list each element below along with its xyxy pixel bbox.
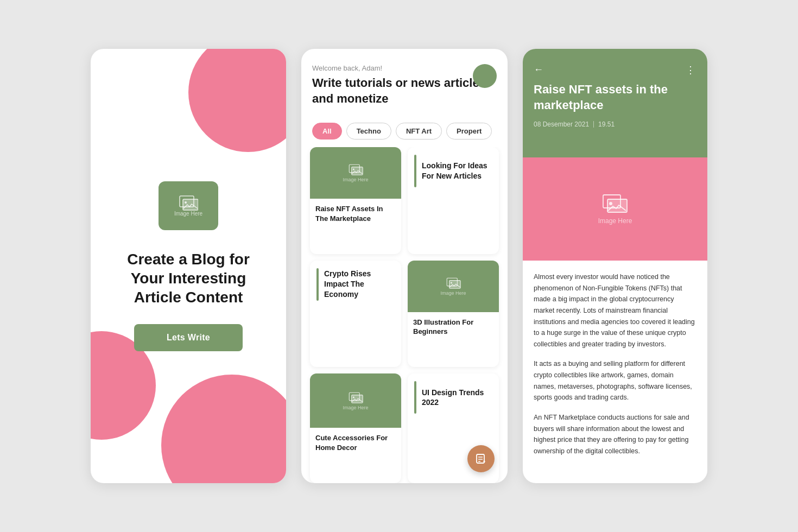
image-label: Image Here <box>440 290 466 296</box>
article-card-raise-nft-image: Image Here <box>310 147 401 199</box>
back-button[interactable]: ← <box>534 64 543 75</box>
article-card-looking-ideas-content: Looking For Ideas For New Articles <box>408 147 499 195</box>
article-card-3d-illustration-title: 3D Illustration For Beginners <box>408 312 499 343</box>
hero-image-label: Image Here <box>174 211 202 217</box>
image-icon <box>179 194 198 211</box>
article-card-ui-design-content: UI Design Trends 2022 <box>408 373 499 421</box>
hero-image-placeholder: Image Here <box>159 181 218 230</box>
article-card-looking-ideas[interactable]: Looking For Ideas For New Articles <box>408 147 499 254</box>
screen-2-main-title: Write tutorials or news articles and mon… <box>312 75 497 106</box>
article-time: 19.51 <box>598 121 615 128</box>
screen-2: Welcome back, Adam! Write tutorials or n… <box>301 49 508 483</box>
filter-tab-nft-art[interactable]: NFT Art <box>396 123 442 140</box>
date-separator <box>593 121 594 128</box>
article-card-accessories-title: Cute Accessories For Home Decor <box>310 428 401 459</box>
filter-tab-techno[interactable]: Techno <box>346 123 391 140</box>
welcome-text: Welcome back, Adam! <box>312 64 497 72</box>
articles-grid: Image Here Raise NFT Assets In The Marke… <box>301 147 508 483</box>
svg-rect-7 <box>449 280 461 288</box>
image-icon <box>348 391 363 403</box>
filter-tab-all[interactable]: All <box>312 123 342 140</box>
edit-icon <box>475 453 487 465</box>
article-image-icon <box>602 193 628 214</box>
image-label: Image Here <box>343 405 368 410</box>
article-card-crypto-rises-content: Crypto Rises Impact The Economy <box>310 261 401 308</box>
article-card-raise-nft-title: Raise NFT Assets In The Marketplace <box>310 199 401 230</box>
article-card-crypto-rises[interactable]: Crypto Rises Impact The Economy <box>310 261 401 368</box>
more-options-button[interactable]: ⋮ <box>686 64 696 76</box>
article-card-crypto-rises-title: Crypto Rises Impact The Economy <box>324 269 395 300</box>
article-card-ui-design-title: UI Design Trends 2022 <box>422 388 492 408</box>
article-card-looking-ideas-title: Looking For Ideas For New Articles <box>422 161 492 181</box>
screen-3-body: Almost every investor would have noticed… <box>523 261 707 483</box>
article-image-label: Image Here <box>598 217 632 225</box>
accent-bar-2 <box>316 268 319 301</box>
article-paragraph-2: It acts as a buying and selling platform… <box>534 358 696 403</box>
svg-rect-10 <box>352 395 363 403</box>
svg-point-8 <box>451 282 452 283</box>
accent-bar-3 <box>414 381 416 414</box>
article-paragraph-1: Almost every investor would have noticed… <box>534 271 696 350</box>
screen-3-date: 08 Desember 2021 19.51 <box>534 121 696 128</box>
article-card-3d-illustration-image: Image Here <box>408 261 499 312</box>
article-card-3d-illustration[interactable]: Image Here 3D Illustration For Beginners <box>408 261 499 368</box>
article-card-accessories[interactable]: Image Here Cute Accessories For Home Dec… <box>310 373 401 483</box>
lets-write-button[interactable]: Lets Write <box>134 324 243 351</box>
screen-3-header: ← ⋮ Raise NFT assets in the marketplace … <box>523 49 707 157</box>
filter-tabs: All Techno NFT Art Propert <box>301 115 508 147</box>
article-card-accessories-image: Image Here <box>310 373 401 428</box>
avatar[interactable] <box>473 64 497 88</box>
svg-point-11 <box>353 396 354 398</box>
svg-rect-17 <box>607 199 627 212</box>
fab-button[interactable] <box>467 445 495 472</box>
screens-container: Image Here Create a Blog for Your Intere… <box>91 49 707 483</box>
screen-3-article-image: Image Here <box>523 157 707 261</box>
image-icon <box>348 163 363 175</box>
article-card-raise-nft[interactable]: Image Here Raise NFT Assets In The Marke… <box>310 147 401 254</box>
image-icon <box>446 277 461 289</box>
article-paragraph-3: An NFT Marketplace conducts auctions for… <box>534 412 696 457</box>
svg-rect-1 <box>183 199 198 210</box>
svg-point-18 <box>609 202 612 205</box>
image-label: Image Here <box>343 177 368 182</box>
svg-rect-4 <box>352 167 363 175</box>
screen-1-title: Create a Blog for Your Interesting Artic… <box>112 250 264 307</box>
screen-3-title: Raise NFT assets in the marketplace <box>534 82 696 113</box>
screen-3: ← ⋮ Raise NFT assets in the marketplace … <box>523 49 707 483</box>
filter-tab-property[interactable]: Propert <box>446 123 492 140</box>
svg-point-5 <box>353 169 354 170</box>
svg-point-2 <box>185 201 187 204</box>
accent-bar <box>414 155 416 187</box>
screen-2-header: Welcome back, Adam! Write tutorials or n… <box>301 49 508 115</box>
article-date: 08 Desember 2021 <box>534 121 589 128</box>
screen-1: Image Here Create a Blog for Your Intere… <box>91 49 286 483</box>
screen-1-content: Image Here Create a Blog for Your Intere… <box>91 49 286 483</box>
